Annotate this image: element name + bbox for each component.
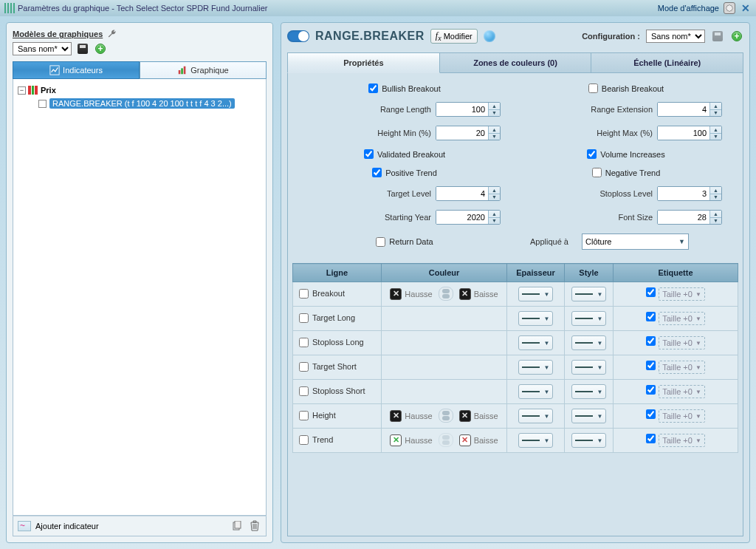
row-checkbox[interactable]	[299, 362, 309, 372]
models-select[interactable]: Sans nom*	[13, 42, 72, 55]
thickness-select[interactable]: ▼	[518, 384, 554, 399]
stop-input[interactable]	[658, 187, 709, 200]
bullish-checkbox[interactable]	[368, 83, 378, 93]
spinner[interactable]: ▲▼	[709, 211, 721, 224]
thickness-select[interactable]: ▼	[518, 335, 554, 350]
row-checkbox[interactable]	[299, 411, 309, 420]
hausse-swatch[interactable]	[390, 434, 402, 446]
delete-button[interactable]	[248, 519, 261, 533]
returndata-checkbox[interactable]	[376, 237, 385, 247]
negtrend-checkbox[interactable]	[592, 168, 602, 177]
copy-button[interactable]	[230, 519, 244, 533]
label-size-select[interactable]: Taille +0▼	[659, 409, 705, 423]
thickness-select[interactable]: ▼	[518, 433, 554, 448]
label-size-select[interactable]: Taille +0▼	[659, 287, 705, 301]
thickness-select[interactable]: ▼	[518, 360, 554, 375]
label-size-select[interactable]: Taille +0▼	[659, 434, 705, 447]
thickness-select[interactable]: ▼	[518, 287, 554, 301]
tree-collapse-icon[interactable]: −	[18, 86, 26, 95]
tree-child[interactable]: RANGE.BREAKER (t f 100 4 20 100 t t t f …	[38, 98, 261, 109]
style-select[interactable]: ▼	[571, 409, 607, 423]
validated-checkbox[interactable]	[364, 149, 374, 159]
style-select[interactable]: ▼	[571, 287, 607, 301]
style-select[interactable]: ▼	[571, 384, 607, 399]
close-icon[interactable]: ✕	[740, 2, 752, 14]
font-input[interactable]	[658, 211, 709, 224]
webcam-icon[interactable]	[724, 2, 735, 14]
range-length-input[interactable]	[436, 103, 488, 116]
gradient-handle[interactable]	[439, 409, 453, 423]
row-toggle[interactable]: Height	[299, 411, 336, 420]
style-select[interactable]: ▼	[571, 335, 607, 350]
tree-root[interactable]: − Prix	[18, 83, 261, 97]
target-input[interactable]	[436, 187, 488, 200]
label-size-select[interactable]: Taille +0▼	[659, 312, 705, 325]
wrench-icon[interactable]	[107, 29, 117, 39]
label-size-select[interactable]: Taille +0▼	[659, 385, 705, 398]
row-toggle[interactable]: Stoploss Short	[299, 386, 365, 396]
tab-properties[interactable]: Propriétés	[287, 52, 440, 73]
modify-button[interactable]: fxModifier	[430, 29, 478, 44]
target-field[interactable]: ▲▼	[436, 186, 501, 201]
spinner[interactable]: ▲▼	[488, 103, 500, 116]
style-select[interactable]: ▼	[571, 311, 607, 326]
row-toggle[interactable]: Breakout	[299, 289, 345, 299]
style-select[interactable]: ▼	[571, 433, 607, 448]
tab-chart[interactable]: Graphique	[140, 61, 267, 79]
help-icon[interactable]	[484, 30, 495, 42]
label-checkbox[interactable]	[646, 287, 656, 297]
row-toggle[interactable]: Target Short	[299, 362, 357, 372]
thickness-select[interactable]: ▼	[518, 409, 554, 423]
tree-child-checkbox[interactable]	[38, 100, 47, 108]
gradient-handle[interactable]	[439, 433, 453, 447]
spinner[interactable]: ▲▼	[709, 103, 721, 116]
row-checkbox[interactable]	[299, 435, 309, 445]
range-length-field[interactable]: ▲▼	[436, 102, 501, 117]
label-checkbox[interactable]	[646, 361, 656, 370]
config-select[interactable]: Sans nom*	[646, 30, 705, 43]
hmax-field[interactable]: ▲▼	[657, 126, 722, 140]
label-checkbox[interactable]	[646, 312, 656, 321]
spinner[interactable]: ▲▼	[488, 211, 500, 224]
row-toggle[interactable]: Target Long	[299, 313, 355, 323]
indicator-toggle[interactable]	[287, 30, 309, 42]
save-config-button[interactable]	[711, 30, 724, 43]
hmin-field[interactable]: ▲▼	[436, 126, 501, 140]
label-checkbox[interactable]	[646, 336, 656, 346]
baisse-swatch[interactable]	[459, 288, 471, 300]
row-checkbox[interactable]	[299, 386, 309, 396]
postrend-checkbox[interactable]	[372, 168, 382, 177]
row-checkbox[interactable]	[299, 289, 309, 299]
label-size-select[interactable]: Taille +0▼	[659, 361, 705, 374]
spinner[interactable]: ▲▼	[488, 187, 500, 200]
volinc-checkbox[interactable]	[587, 149, 597, 159]
baisse-swatch[interactable]	[459, 410, 471, 422]
add-indicator-button[interactable]: Ajouter indicateur	[35, 522, 99, 531]
hmax-input[interactable]	[658, 126, 709, 140]
style-select[interactable]: ▼	[571, 360, 607, 375]
thickness-select[interactable]: ▼	[518, 311, 554, 326]
row-toggle[interactable]: Stoploss Long	[299, 338, 364, 347]
range-ext-field[interactable]: ▲▼	[657, 102, 722, 117]
baisse-swatch[interactable]	[459, 434, 471, 446]
tab-indicators[interactable]: Indicateurs	[13, 61, 140, 79]
year-input[interactable]	[436, 211, 488, 224]
label-checkbox[interactable]	[646, 434, 656, 443]
row-checkbox[interactable]	[299, 338, 309, 347]
stop-field[interactable]: ▲▼	[657, 186, 722, 201]
bearish-checkbox[interactable]	[588, 83, 598, 93]
add-config-button[interactable]: +	[730, 30, 743, 43]
add-model-button[interactable]: +	[94, 42, 107, 55]
row-checkbox[interactable]	[299, 313, 309, 323]
gradient-handle[interactable]	[439, 287, 453, 301]
applied-select[interactable]: Clôture▼	[582, 233, 689, 250]
label-checkbox[interactable]	[646, 385, 656, 395]
row-toggle[interactable]: Trend	[299, 435, 333, 445]
hmin-input[interactable]	[436, 126, 488, 140]
save-models-button[interactable]	[76, 42, 89, 55]
hausse-swatch[interactable]	[390, 410, 402, 422]
label-checkbox[interactable]	[646, 409, 656, 419]
year-field[interactable]: ▲▼	[436, 210, 501, 225]
spinner[interactable]: ▲▼	[709, 126, 721, 140]
tab-color-zones[interactable]: Zones de couleurs (0)	[440, 52, 592, 73]
